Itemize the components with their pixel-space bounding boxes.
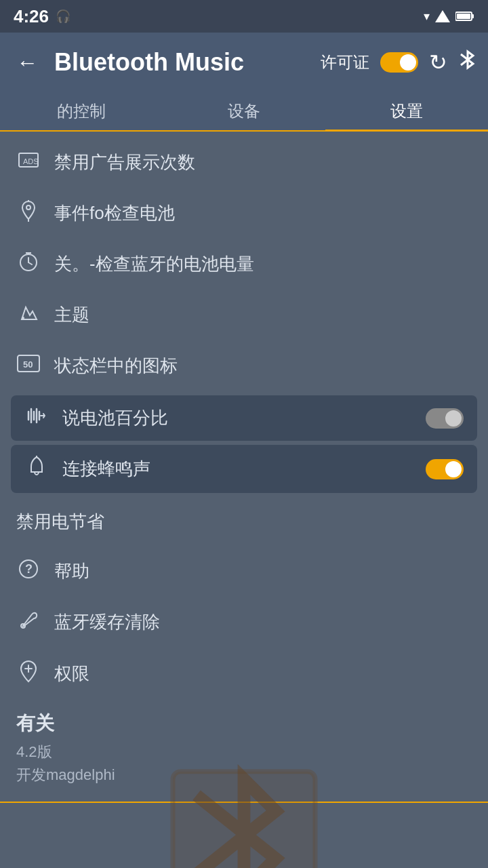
status-left: 4:26 🎧: [14, 6, 70, 27]
svg-line-11: [28, 262, 32, 264]
toggle-knob: [400, 54, 416, 71]
permissions-label: 权限: [54, 662, 472, 686]
statusbar-label: 状态栏中的图标: [54, 354, 472, 378]
signal-icon: [435, 10, 450, 22]
timer-icon: [16, 251, 41, 277]
refresh-icon[interactable]: ↻: [429, 50, 447, 75]
connect-beep-label: 连接蜂鸣声: [62, 457, 412, 481]
bluetooth-header-icon[interactable]: [458, 49, 477, 76]
svg-rect-22: [173, 771, 315, 868]
bell-icon: [24, 456, 49, 482]
tabs: 的控制 设备 设置: [0, 92, 488, 132]
plus-location-icon: [16, 660, 41, 688]
middle-area: [0, 803, 488, 868]
theme-label: 主题: [54, 303, 472, 327]
battery-icon: [455, 11, 474, 22]
header: ← Bluetooth Music 许可证 ↻: [0, 33, 488, 92]
bluetooth-watermark: [149, 764, 339, 869]
svg-rect-2: [472, 14, 474, 18]
license-label: 许可证: [321, 52, 369, 73]
wrench-icon: [16, 609, 41, 635]
status-time: 4:26: [14, 6, 49, 27]
page-title: Bluetooth Music: [54, 48, 310, 77]
ads-label: 禁用广告展示次数: [54, 151, 472, 174]
battery-percent-icon: [24, 406, 49, 430]
about-version: 4.2版: [16, 742, 472, 762]
battery-percent-label: 说电池百分比: [62, 406, 412, 430]
bt-cache-label: 蓝牙缓存清除: [54, 610, 472, 634]
help-label: 帮助: [54, 559, 472, 583]
connect-beep-toggle[interactable]: [426, 459, 464, 479]
svg-text:ADS: ADS: [23, 157, 39, 165]
ads-icon: ADS: [16, 149, 41, 176]
list-item-permissions[interactable]: 权限: [0, 648, 488, 700]
event-label: 事件fo检查电池: [54, 201, 472, 225]
settings-list: ADS 禁用广告展示次数 事件fo检查电池 关。-检查蓝牙的电池电量: [0, 132, 488, 802]
statusbar-icon: 50: [16, 353, 41, 379]
header-actions: 许可证 ↻: [321, 49, 477, 76]
list-item-event[interactable]: 事件fo检查电池: [0, 188, 488, 239]
event-icon: [16, 200, 41, 226]
list-item-help[interactable]: ? 帮助: [0, 546, 488, 597]
back-button[interactable]: ←: [11, 45, 43, 81]
svg-text:?: ?: [25, 562, 33, 576]
license-toggle[interactable]: [380, 52, 418, 73]
svg-marker-0: [435, 10, 450, 22]
help-icon: ?: [16, 558, 41, 585]
status-bar: 4:26 🎧 ▾: [0, 0, 488, 33]
timer-label: 关。-检查蓝牙的电池电量: [54, 252, 472, 276]
svg-rect-3: [457, 14, 470, 19]
svg-point-13: [22, 317, 24, 319]
tab-control[interactable]: 的控制: [0, 92, 163, 130]
headphones-icon: 🎧: [56, 9, 70, 24]
toggle-connect-beep[interactable]: 连接蜂鸣声: [11, 445, 477, 493]
disable-power-label: 禁用电节省: [16, 510, 472, 534]
list-item-bt-cache[interactable]: 蓝牙缓存清除: [0, 597, 488, 648]
tab-settings[interactable]: 设置: [325, 92, 488, 130]
toggle-off-knob: [445, 410, 462, 427]
wifi-icon: ▾: [424, 9, 430, 24]
tab-devices[interactable]: 设备: [163, 92, 325, 130]
about-title: 有关: [16, 711, 472, 736]
svg-text:50: 50: [23, 359, 33, 370]
status-right: ▾: [424, 9, 474, 24]
toggle-on-knob: [445, 461, 462, 477]
theme-icon: [16, 302, 41, 328]
list-item-timer[interactable]: 关。-检查蓝牙的电池电量: [0, 239, 488, 290]
list-item-theme[interactable]: 主题: [0, 290, 488, 340]
svg-point-6: [26, 205, 30, 210]
battery-percent-toggle[interactable]: [426, 408, 464, 429]
toggle-battery-percent[interactable]: 说电池百分比: [11, 395, 477, 441]
list-item-ads[interactable]: ADS 禁用广告展示次数: [0, 137, 488, 188]
list-item-disable-power[interactable]: 禁用电节省: [0, 497, 488, 546]
list-item-statusbar[interactable]: 50 状态栏中的图标: [0, 340, 488, 391]
